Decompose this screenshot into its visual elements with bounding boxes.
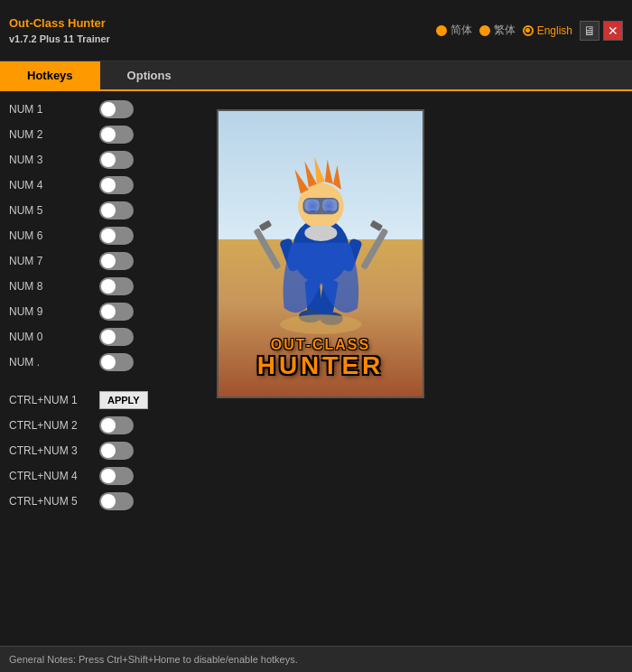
hotkey-label-ctrlnum4: CTRL+NUM 4 (9, 470, 90, 482)
lang-traditional[interactable]: 繁体 (479, 23, 516, 38)
window-controls: 🖥 ✕ (580, 21, 623, 41)
title-bar: Out-Class Hunter v1.7.2 Plus 11 Trainer … (0, 0, 632, 61)
language-controls: 简体 繁体 English 🖥 ✕ (436, 21, 623, 41)
lang-english[interactable]: English (523, 24, 572, 37)
hotkey-label-num9: NUM 9 (9, 305, 90, 318)
hotkeys-column: NUM 1 NUM 2 NUM 3 NUM 4 NUM 5 NUM 6 (9, 100, 181, 622)
hotkey-row-numdot: NUM . (9, 353, 181, 371)
app-version: v1.7.2 Plus 11 Trainer (9, 32, 110, 47)
toggle-ctrlnum5[interactable] (99, 492, 134, 510)
hotkey-label-num7: NUM 7 (9, 255, 90, 267)
hotkey-row-ctrlnum4: CTRL+NUM 4 (9, 467, 181, 485)
hotkey-row-num0: NUM 0 (9, 328, 181, 346)
svg-rect-17 (258, 219, 272, 231)
hotkey-label-ctrlnum3: CTRL+NUM 3 (9, 444, 90, 457)
hotkey-row-num8: NUM 8 (9, 277, 181, 295)
hotkey-label-num0: NUM 0 (9, 331, 90, 343)
toggle-num8[interactable] (99, 277, 134, 295)
hotkey-label-num3: NUM 3 (9, 154, 90, 166)
svg-rect-13 (322, 200, 337, 211)
toggle-num2[interactable] (99, 126, 134, 144)
svg-point-25 (280, 314, 361, 334)
hotkey-label-ctrlnum1: CTRL+NUM 1 (9, 394, 90, 406)
app-name: Out-Class Hunter (9, 14, 110, 33)
toggle-num0[interactable] (99, 328, 134, 346)
radio-simplified (436, 25, 447, 36)
lang-simplified[interactable]: 简体 (436, 23, 472, 38)
svg-rect-19 (360, 228, 388, 270)
close-button[interactable]: ✕ (603, 21, 623, 41)
svg-rect-12 (304, 200, 319, 211)
hotkey-label-num8: NUM 8 (9, 280, 90, 293)
toggle-ctrlnum4[interactable] (99, 467, 134, 485)
toggle-numdot[interactable] (99, 353, 134, 371)
toggle-num7[interactable] (99, 252, 134, 270)
hotkey-row-ctrlnum2: CTRL+NUM 2 (9, 416, 181, 434)
status-bar: General Notes: Press Ctrl+Shift+Home to … (0, 646, 632, 672)
svg-marker-3 (304, 161, 317, 187)
toggle-num1[interactable] (99, 100, 134, 118)
hotkey-row-num3: NUM 3 (9, 151, 181, 169)
svg-marker-5 (325, 159, 333, 183)
lang-traditional-label: 繁体 (494, 23, 516, 38)
toggle-ctrlnum2[interactable] (99, 416, 134, 434)
toggle-num4[interactable] (99, 176, 134, 194)
apply-button-ctrlnum1[interactable]: APPLY (99, 391, 148, 409)
hotkey-row-num1: NUM 1 (9, 100, 181, 118)
game-cover-image: OUT-CLASS HUNTER (217, 109, 424, 398)
hotkey-label-num4: NUM 4 (9, 179, 90, 191)
hotkey-label-num1: NUM 1 (9, 103, 90, 116)
hotkey-row-ctrlnum3: CTRL+NUM 3 (9, 442, 181, 460)
minimize-button[interactable]: 🖥 (580, 21, 599, 41)
hotkey-row-ctrlnum5: CTRL+NUM 5 (9, 492, 181, 510)
hotkey-row-num4: NUM 4 (9, 176, 181, 194)
toggle-num3[interactable] (99, 151, 134, 169)
hotkey-row-num6: NUM 6 (9, 227, 181, 245)
hotkey-label-ctrlnum2: CTRL+NUM 2 (9, 419, 90, 432)
app-title: Out-Class Hunter v1.7.2 Plus 11 Trainer (9, 14, 110, 47)
lang-simplified-label: 简体 (451, 23, 472, 38)
svg-marker-4 (314, 157, 325, 184)
hotkey-label-num6: NUM 6 (9, 229, 90, 242)
toggle-num6[interactable] (99, 227, 134, 245)
hotkey-label-ctrlnum5: CTRL+NUM 5 (9, 495, 90, 508)
game-logo-line2: HUNTER (218, 353, 423, 378)
tab-bar: Hotkeys Options (0, 61, 632, 91)
hotkey-row-num5: NUM 5 (9, 201, 181, 219)
lang-english-label: English (537, 24, 572, 37)
character-art (239, 126, 403, 369)
toggle-num5[interactable] (99, 201, 134, 219)
status-note: General Notes: Press Ctrl+Shift+Home to … (9, 654, 298, 665)
hotkey-label-num2: NUM 2 (9, 128, 90, 141)
svg-marker-6 (333, 165, 341, 190)
main-content: NUM 1 NUM 2 NUM 3 NUM 4 NUM 5 NUM 6 (0, 91, 632, 631)
radio-traditional (479, 25, 490, 36)
toggle-num9[interactable] (99, 303, 134, 321)
hotkey-row-ctrlnum1: CTRL+NUM 1 APPLY (9, 391, 181, 409)
hotkey-row-num2: NUM 2 (9, 126, 181, 144)
hotkey-row-num9: NUM 9 (9, 303, 181, 321)
toggle-ctrlnum3[interactable] (99, 442, 134, 460)
game-logo: OUT-CLASS HUNTER (218, 337, 423, 378)
svg-rect-20 (369, 219, 383, 231)
tab-options[interactable]: Options (100, 61, 199, 89)
tab-hotkeys[interactable]: Hotkeys (0, 61, 100, 89)
hotkey-row-num7: NUM 7 (9, 252, 181, 270)
svg-point-14 (304, 225, 337, 241)
radio-english (523, 25, 534, 36)
hotkey-label-num5: NUM 5 (9, 204, 90, 217)
options-column: OUT-CLASS HUNTER (190, 100, 623, 622)
hotkey-label-numdot: NUM . (9, 356, 90, 369)
svg-rect-16 (253, 228, 281, 270)
